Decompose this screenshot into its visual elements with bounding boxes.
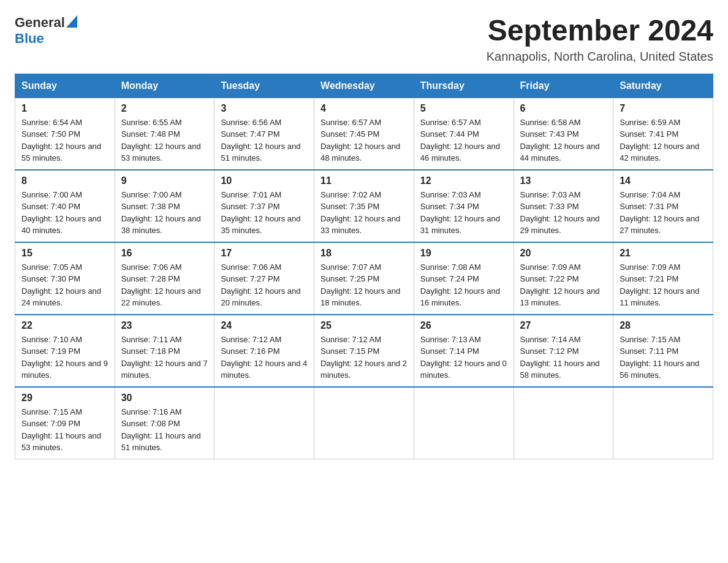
day-info: Sunrise: 7:06 AM Sunset: 7:27 PM Dayligh…	[221, 261, 308, 309]
calendar-cell: 24 Sunrise: 7:12 AM Sunset: 7:16 PM Dayl…	[214, 315, 314, 387]
calendar-cell: 12 Sunrise: 7:03 AM Sunset: 7:34 PM Dayl…	[414, 170, 514, 242]
day-info: Sunrise: 7:09 AM Sunset: 7:22 PM Dayligh…	[520, 261, 607, 309]
day-info: Sunrise: 7:09 AM Sunset: 7:21 PM Dayligh…	[620, 261, 707, 309]
calendar-table: SundayMondayTuesdayWednesdayThursdayFrid…	[15, 74, 713, 459]
day-info: Sunrise: 7:08 AM Sunset: 7:24 PM Dayligh…	[420, 261, 507, 309]
calendar-cell: 19 Sunrise: 7:08 AM Sunset: 7:24 PM Dayl…	[414, 242, 514, 315]
calendar-week-row: 22 Sunrise: 7:10 AM Sunset: 7:19 PM Dayl…	[15, 315, 713, 387]
calendar-cell: 11 Sunrise: 7:02 AM Sunset: 7:35 PM Dayl…	[314, 170, 414, 242]
calendar-week-row: 29 Sunrise: 7:15 AM Sunset: 7:09 PM Dayl…	[15, 387, 713, 459]
calendar-cell	[414, 387, 514, 459]
day-info: Sunrise: 7:12 AM Sunset: 7:16 PM Dayligh…	[221, 334, 308, 381]
day-info: Sunrise: 6:56 AM Sunset: 7:47 PM Dayligh…	[221, 117, 308, 164]
day-info: Sunrise: 7:05 AM Sunset: 7:30 PM Dayligh…	[21, 261, 108, 309]
page-header: General Blue September 2024 Kannapolis, …	[15, 15, 713, 64]
calendar-cell: 8 Sunrise: 7:00 AM Sunset: 7:40 PM Dayli…	[15, 170, 115, 242]
calendar-cell	[314, 387, 414, 459]
day-number: 29	[21, 393, 108, 404]
day-of-week-header: Tuesday	[214, 74, 314, 98]
day-number: 3	[221, 103, 308, 114]
day-number: 11	[320, 175, 408, 186]
day-info: Sunrise: 7:00 AM Sunset: 7:38 PM Dayligh…	[121, 189, 208, 237]
calendar-cell: 5 Sunrise: 6:57 AM Sunset: 7:44 PM Dayli…	[414, 98, 514, 170]
calendar-cell: 7 Sunrise: 6:59 AM Sunset: 7:41 PM Dayli…	[613, 98, 713, 170]
day-number: 20	[520, 248, 607, 259]
calendar-cell: 22 Sunrise: 7:10 AM Sunset: 7:19 PM Dayl…	[15, 315, 115, 387]
calendar-cell	[514, 387, 613, 459]
logo-text: General	[15, 15, 65, 31]
day-of-week-header: Thursday	[414, 74, 514, 98]
day-number: 4	[320, 103, 408, 114]
calendar-cell: 4 Sunrise: 6:57 AM Sunset: 7:45 PM Dayli…	[314, 98, 414, 170]
day-number: 5	[420, 103, 507, 114]
calendar-cell: 26 Sunrise: 7:13 AM Sunset: 7:14 PM Dayl…	[414, 315, 514, 387]
day-number: 28	[620, 320, 707, 331]
day-number: 12	[420, 175, 507, 186]
day-info: Sunrise: 7:16 AM Sunset: 7:08 PM Dayligh…	[121, 406, 208, 454]
day-info: Sunrise: 7:07 AM Sunset: 7:25 PM Dayligh…	[320, 261, 408, 309]
day-info: Sunrise: 7:10 AM Sunset: 7:19 PM Dayligh…	[21, 334, 108, 381]
day-of-week-header: Monday	[115, 74, 214, 98]
calendar-cell: 15 Sunrise: 7:05 AM Sunset: 7:30 PM Dayl…	[15, 242, 115, 315]
logo-triangle-icon	[66, 15, 77, 28]
calendar-cell: 10 Sunrise: 7:01 AM Sunset: 7:37 PM Dayl…	[214, 170, 314, 242]
calendar-cell	[214, 387, 314, 459]
day-number: 30	[121, 393, 208, 404]
day-info: Sunrise: 6:57 AM Sunset: 7:44 PM Dayligh…	[420, 117, 507, 164]
calendar-cell: 20 Sunrise: 7:09 AM Sunset: 7:22 PM Dayl…	[514, 242, 613, 315]
day-of-week-header: Saturday	[613, 74, 713, 98]
calendar-cell: 3 Sunrise: 6:56 AM Sunset: 7:47 PM Dayli…	[214, 98, 314, 170]
calendar-cell: 23 Sunrise: 7:11 AM Sunset: 7:18 PM Dayl…	[115, 315, 214, 387]
day-info: Sunrise: 7:03 AM Sunset: 7:34 PM Dayligh…	[420, 189, 507, 237]
calendar-week-row: 15 Sunrise: 7:05 AM Sunset: 7:30 PM Dayl…	[15, 242, 713, 315]
day-info: Sunrise: 6:55 AM Sunset: 7:48 PM Dayligh…	[121, 117, 208, 164]
svg-marker-0	[66, 15, 77, 28]
day-info: Sunrise: 7:12 AM Sunset: 7:15 PM Dayligh…	[320, 334, 408, 381]
calendar-cell	[613, 387, 713, 459]
month-year-title: September 2024	[487, 15, 713, 47]
day-info: Sunrise: 6:57 AM Sunset: 7:45 PM Dayligh…	[320, 117, 408, 164]
calendar-header: SundayMondayTuesdayWednesdayThursdayFrid…	[15, 74, 713, 98]
day-number: 23	[121, 320, 208, 331]
day-number: 6	[520, 103, 607, 114]
day-number: 24	[221, 320, 308, 331]
day-of-week-header: Friday	[514, 74, 613, 98]
calendar-cell: 6 Sunrise: 6:58 AM Sunset: 7:43 PM Dayli…	[514, 98, 613, 170]
calendar-cell: 18 Sunrise: 7:07 AM Sunset: 7:25 PM Dayl…	[314, 242, 414, 315]
day-info: Sunrise: 7:11 AM Sunset: 7:18 PM Dayligh…	[121, 334, 208, 381]
calendar-cell: 27 Sunrise: 7:14 AM Sunset: 7:12 PM Dayl…	[514, 315, 613, 387]
day-number: 27	[520, 320, 607, 331]
day-of-week-header: Sunday	[15, 74, 115, 98]
title-block: September 2024 Kannapolis, North Carolin…	[487, 15, 713, 64]
calendar-cell: 21 Sunrise: 7:09 AM Sunset: 7:21 PM Dayl…	[613, 242, 713, 315]
day-number: 13	[520, 175, 607, 186]
calendar-cell: 2 Sunrise: 6:55 AM Sunset: 7:48 PM Dayli…	[115, 98, 214, 170]
location-subtitle: Kannapolis, North Carolina, United State…	[487, 50, 713, 64]
day-number: 7	[620, 103, 707, 114]
calendar-cell: 9 Sunrise: 7:00 AM Sunset: 7:38 PM Dayli…	[115, 170, 214, 242]
day-number: 15	[21, 248, 108, 259]
day-number: 8	[21, 175, 108, 186]
day-info: Sunrise: 7:02 AM Sunset: 7:35 PM Dayligh…	[320, 189, 408, 237]
day-info: Sunrise: 6:54 AM Sunset: 7:50 PM Dayligh…	[21, 117, 108, 164]
day-info: Sunrise: 7:00 AM Sunset: 7:40 PM Dayligh…	[21, 189, 108, 237]
day-number: 10	[221, 175, 308, 186]
day-info: Sunrise: 7:15 AM Sunset: 7:11 PM Dayligh…	[620, 334, 707, 381]
day-info: Sunrise: 7:04 AM Sunset: 7:31 PM Dayligh…	[620, 189, 707, 237]
day-info: Sunrise: 7:03 AM Sunset: 7:33 PM Dayligh…	[520, 189, 607, 237]
day-info: Sunrise: 6:58 AM Sunset: 7:43 PM Dayligh…	[520, 117, 607, 164]
calendar-cell: 25 Sunrise: 7:12 AM Sunset: 7:15 PM Dayl…	[314, 315, 414, 387]
day-number: 1	[21, 103, 108, 114]
day-info: Sunrise: 6:59 AM Sunset: 7:41 PM Dayligh…	[620, 117, 707, 164]
day-info: Sunrise: 7:13 AM Sunset: 7:14 PM Dayligh…	[420, 334, 507, 381]
calendar-cell: 14 Sunrise: 7:04 AM Sunset: 7:31 PM Dayl…	[613, 170, 713, 242]
day-number: 9	[121, 175, 208, 186]
calendar-cell: 16 Sunrise: 7:06 AM Sunset: 7:28 PM Dayl…	[115, 242, 214, 315]
calendar-cell: 30 Sunrise: 7:16 AM Sunset: 7:08 PM Dayl…	[115, 387, 214, 459]
day-number: 16	[121, 248, 208, 259]
day-info: Sunrise: 7:15 AM Sunset: 7:09 PM Dayligh…	[21, 406, 108, 454]
calendar-cell: 17 Sunrise: 7:06 AM Sunset: 7:27 PM Dayl…	[214, 242, 314, 315]
day-number: 22	[21, 320, 108, 331]
day-of-week-header: Wednesday	[314, 74, 414, 98]
calendar-week-row: 8 Sunrise: 7:00 AM Sunset: 7:40 PM Dayli…	[15, 170, 713, 242]
